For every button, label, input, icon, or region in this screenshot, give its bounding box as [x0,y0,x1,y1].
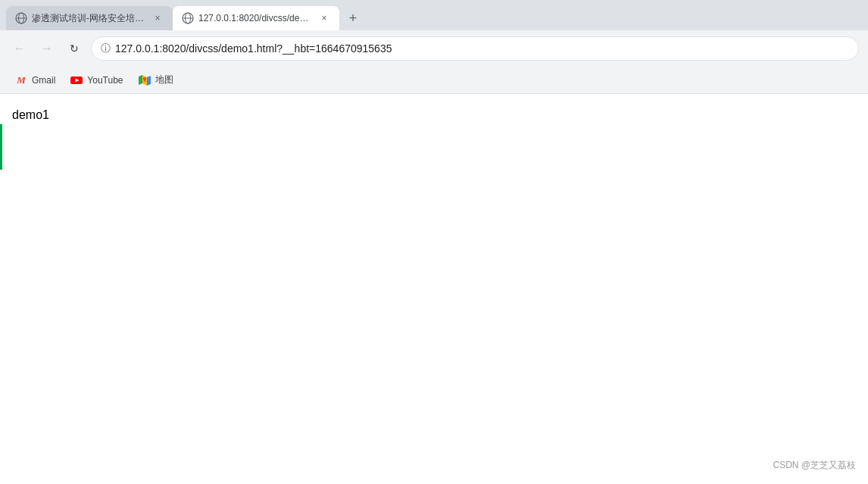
reload-button[interactable]: ↻ [64,38,85,59]
address-bar[interactable]: ⓘ 127.0.0.1:8020/divcss/demo1.html?__hbt… [91,36,859,61]
svg-marker-9 [139,75,142,85]
youtube-icon [70,74,83,86]
gmail-icon: M [15,74,27,86]
back-button[interactable]: ← [9,38,30,59]
tab1-title: 渗透测试培训-网络安全培训-暗门 [32,12,147,25]
address-bar-row: ← → ↻ ⓘ 127.0.0.1:8020/divcss/demo1.html… [0,30,868,67]
new-tab-button[interactable]: + [342,8,364,29]
tab1-close-button[interactable]: × [151,12,164,24]
tab2-title: 127.0.0.1:8020/divcss/demo1. [198,13,314,23]
forward-button[interactable]: → [36,38,58,59]
page-content: demo1 CSDN @芝芝又荔枝 [0,94,868,484]
security-icon: ⓘ [101,42,111,55]
tab-1[interactable]: 渗透测试培训-网络安全培训-暗门 × [6,6,173,30]
bookmarks-bar: M Gmail YouTube [0,67,868,94]
bookmark-maps-label: 地图 [155,73,173,86]
watermark: CSDN @芝芝又荔枝 [773,459,856,472]
tab2-close-button[interactable]: × [318,12,330,24]
maps-icon [139,74,151,86]
bookmark-gmail-label: Gmail [32,75,55,86]
tab-2[interactable]: 127.0.0.1:8020/divcss/demo1. × [173,6,339,30]
tab1-favicon [15,12,27,24]
bookmark-gmail[interactable]: M Gmail [9,71,61,89]
bookmark-youtube-label: YouTube [87,75,123,86]
svg-marker-11 [147,76,151,86]
page-demo-text: demo1 [12,106,856,124]
left-accent [0,124,2,170]
browser-chrome: 渗透测试培训-网络安全培训-暗门 × 127.0.0.1:8020/divcss… [0,0,868,94]
bookmark-maps[interactable]: 地图 [133,70,180,89]
bookmark-youtube[interactable]: YouTube [64,71,129,89]
tab2-favicon [182,12,194,24]
tab-bar: 渗透测试培训-网络安全培训-暗门 × 127.0.0.1:8020/divcss… [0,0,868,30]
url-text: 127.0.0.1:8020/divcss/demo1.html?__hbt=1… [115,42,849,55]
